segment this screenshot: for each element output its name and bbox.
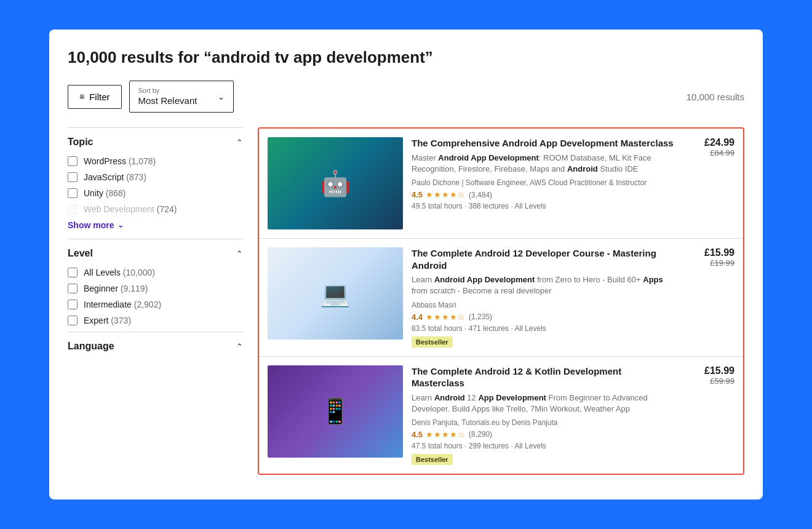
course-meta-3: 47.5 total hours · 299 lectures · All Le…	[412, 442, 677, 450]
rating-row-1: 4.5 ★★★★☆ (3,484)	[412, 190, 677, 199]
topic-section-title: Topic	[68, 137, 93, 148]
topic-option-webdev: Web Development (724)	[68, 204, 243, 214]
course-instructor-3: Denis Panjuta, Tutorials.eu by Denis Pan…	[412, 418, 677, 427]
filter-label: Filter	[89, 92, 109, 102]
level-section: Level ⌃ All Levels (10,000) Beginner (9,…	[68, 239, 243, 325]
course-instructor-2: Abbass Masri	[412, 301, 677, 309]
course-list: 🤖 The Comprehensive Android App Developm…	[258, 127, 744, 475]
course-info-1: The Comprehensive Android App Developmen…	[412, 137, 677, 229]
current-price-3: £15.99	[685, 365, 734, 376]
course-thumbnail-1: 🤖	[268, 137, 403, 229]
show-more-arrow-icon: ⌄	[117, 221, 124, 229]
course-card-2[interactable]: 💻 The Complete Android 12 Developer Cour…	[259, 239, 743, 356]
stars-3: ★★★★☆	[426, 430, 466, 439]
course-card-3[interactable]: 📱 The Complete Android 12 & Kotlin Devel…	[259, 357, 743, 474]
course-title-1: The Comprehensive Android App Developmen…	[412, 137, 677, 149]
course-meta-1: 49.5 total hours · 388 lectures · All Le…	[412, 202, 677, 210]
original-price-1: £84.99	[685, 148, 734, 157]
level-section-header[interactable]: Level ⌃	[68, 248, 243, 259]
rating-count-2: (1,235)	[469, 312, 492, 321]
course-title-2: The Complete Android 12 Developer Course…	[412, 247, 677, 271]
level-chevron-up-icon: ⌃	[236, 249, 243, 258]
rating-count-1: (3,484)	[469, 191, 492, 199]
topic-section-header[interactable]: Topic ⌃	[68, 137, 243, 148]
rating-count-3: (8,290)	[469, 430, 492, 439]
stars-2: ★★★★☆	[426, 312, 466, 322]
rating-row-2: 4.4 ★★★★☆ (1,235)	[412, 312, 677, 322]
rating-row-3: 4.5 ★★★★☆ (8,290)	[412, 430, 677, 439]
sort-value: Most Relevant	[138, 95, 197, 106]
topic-option-unity[interactable]: Unity (868)	[68, 188, 243, 198]
level-checkbox-intermediate[interactable]	[68, 300, 78, 309]
level-section-title: Level	[68, 248, 93, 259]
level-checkbox-all[interactable]	[68, 268, 78, 277]
course-card-1[interactable]: 🤖 The Comprehensive Android App Developm…	[259, 129, 743, 239]
course-info-3: The Complete Android 12 & Kotlin Develop…	[412, 365, 677, 465]
course-title-3: The Complete Android 12 & Kotlin Develop…	[412, 365, 677, 389]
current-price-1: £24.99	[685, 137, 734, 148]
course-price-2: £15.99 £19.99	[685, 247, 734, 347]
course-desc-2: Learn Android App Development from Zero …	[412, 274, 677, 296]
course-info-2: The Complete Android 12 Developer Course…	[412, 247, 677, 347]
original-price-2: £19.99	[685, 258, 734, 268]
topic-checkbox-javascript[interactable]	[68, 172, 78, 182]
level-option-intermediate[interactable]: Intermediate (2,902)	[68, 300, 243, 309]
topic-option-javascript[interactable]: JavaScript (873)	[68, 172, 243, 182]
language-chevron-up-icon: ⌃	[236, 342, 243, 351]
original-price-3: £59.99	[685, 376, 734, 386]
level-option-expert[interactable]: Expert (373)	[68, 316, 243, 325]
level-checkbox-beginner[interactable]	[68, 284, 78, 293]
rating-number-1: 4.5	[412, 190, 423, 199]
rating-number-3: 4.5	[412, 430, 423, 439]
topic-chevron-up-icon: ⌃	[236, 138, 243, 147]
topic-checkbox-webdev	[68, 204, 78, 214]
toolbar: ≡ Filter Sort by Most Relevant ⌄ 10,000 …	[68, 81, 744, 113]
course-price-3: £15.99 £59.99	[685, 365, 734, 465]
main-container: 10,000 results for “android tv app devel…	[49, 30, 763, 499]
topic-checkbox-wordpress[interactable]	[68, 156, 78, 166]
bestseller-badge-2: Bestseller	[412, 336, 453, 348]
results-count: 10,000 results	[687, 92, 744, 102]
current-price-2: £15.99	[685, 247, 734, 258]
language-section-header[interactable]: Language ⌃	[68, 341, 243, 352]
course-thumbnail-3: 📱	[268, 365, 403, 458]
course-meta-2: 83.5 total hours · 471 lectures · All Le…	[412, 324, 677, 333]
topic-option-wordpress[interactable]: WordPress (1,078)	[68, 156, 243, 166]
page-title: 10,000 results for “android tv app devel…	[68, 48, 744, 67]
course-thumbnail-2: 💻	[268, 247, 403, 340]
filter-icon: ≡	[79, 92, 84, 101]
course-price-1: £24.99 £84.99	[685, 137, 734, 229]
level-checkbox-expert[interactable]	[68, 316, 78, 325]
level-option-all[interactable]: All Levels (10,000)	[68, 268, 243, 277]
course-instructor-1: Paulo Dichone | Software Engineer, AWS C…	[412, 178, 677, 187]
level-options: All Levels (10,000) Beginner (9,119) Int…	[68, 268, 243, 325]
topic-section: Topic ⌃ WordPress (1,078) JavaScript (87…	[68, 127, 243, 233]
filter-button[interactable]: ≡ Filter	[68, 85, 122, 109]
sort-by-label: Sort by	[138, 87, 197, 94]
course-desc-3: Learn Android 12 App Development From Be…	[412, 392, 677, 415]
main-content: Topic ⌃ WordPress (1,078) JavaScript (87…	[68, 127, 744, 475]
sidebar: Topic ⌃ WordPress (1,078) JavaScript (87…	[68, 127, 243, 475]
show-more-button[interactable]: Show more ⌄	[68, 214, 124, 233]
show-more-label: Show more	[68, 220, 114, 230]
topic-checkbox-unity[interactable]	[68, 188, 78, 198]
topic-options: WordPress (1,078) JavaScript (873) Unity…	[68, 156, 243, 214]
language-section-title: Language	[68, 341, 114, 352]
level-option-beginner[interactable]: Beginner (9,119)	[68, 284, 243, 293]
sort-dropdown[interactable]: Sort by Most Relevant ⌄	[129, 81, 234, 113]
course-desc-1: Master Android App Development: ROOM Dat…	[412, 153, 677, 175]
chevron-down-icon: ⌄	[218, 92, 225, 101]
bestseller-badge-3: Bestseller	[412, 454, 453, 465]
stars-1: ★★★★☆	[426, 190, 466, 199]
language-section: Language ⌃	[68, 332, 243, 352]
rating-number-2: 4.4	[412, 312, 423, 322]
